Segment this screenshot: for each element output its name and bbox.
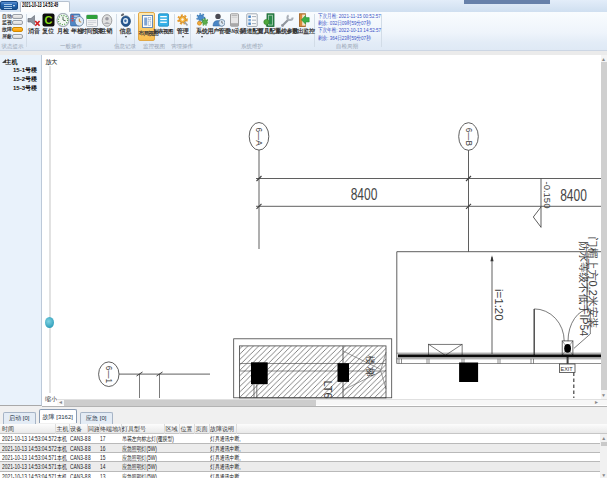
svg-text:8400: 8400 <box>351 185 378 203</box>
svg-text:楼梯: 楼梯 <box>365 355 376 379</box>
svg-text:6—A: 6—A <box>254 128 263 147</box>
svg-text:6—B: 6—B <box>464 128 473 147</box>
svg-text:LT6: LT6 <box>322 381 334 399</box>
svg-text:8400: 8400 <box>560 186 587 204</box>
svg-text:i=1:20: i=1:20 <box>493 289 505 321</box>
svg-text:防水等级不低于IP54: 防水等级不低于IP54 <box>578 241 590 336</box>
svg-text:-0.150: -0.150 <box>542 182 553 209</box>
svg-text:6—1: 6—1 <box>104 366 113 384</box>
svg-text:EXIT: EXIT <box>561 366 574 372</box>
